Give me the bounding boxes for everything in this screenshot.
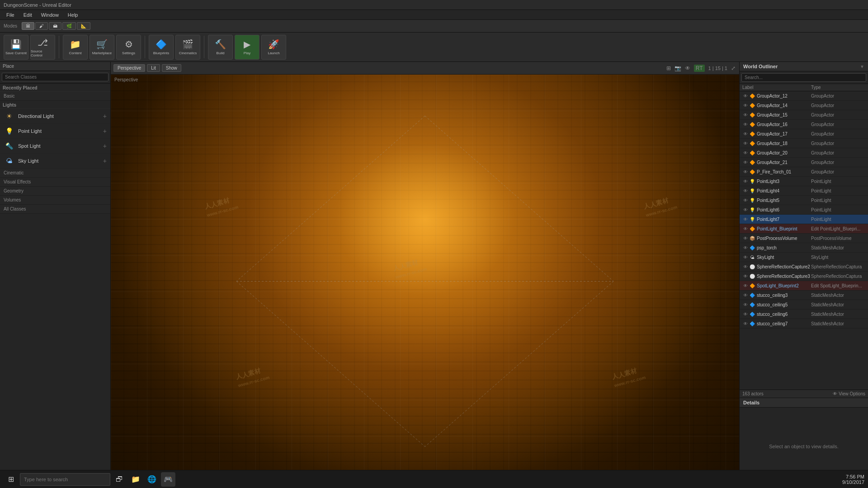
wo-item[interactable]: 👁🔷psp_torchStaticMeshActor [740,243,868,253]
perspective-btn[interactable]: Perspective [113,64,145,72]
wo-item[interactable]: 👁🔶GroupActor_12GroupActor [740,91,868,101]
vp-realtime-btn[interactable]: RT [694,65,705,72]
paint-mode-btn[interactable]: 🖌 [35,22,48,30]
wo-item[interactable]: 👁🔶GroupActor_21GroupActor [740,158,868,167]
visibility-icon[interactable]: 👁 [742,140,749,146]
visibility-icon[interactable]: 👁 [742,235,749,241]
play-btn[interactable]: ▶ Play [235,35,259,60]
explorer-btn[interactable]: 📁 [128,472,143,487]
wo-item[interactable]: 👁💡PointLight5PointLight [740,196,868,205]
visibility-icon[interactable]: 👁 [742,178,749,184]
visibility-icon[interactable]: 👁 [742,102,749,108]
wo-item[interactable]: 👁🔶GroupActor_16GroupActor [740,120,868,129]
wo-item[interactable]: 👁🔶P_Fire_Torch_01GroupActor [740,167,868,177]
wo-item[interactable]: 👁🔷stucco_ceiling6StaticMeshActor [740,310,868,319]
geometry-mode-btn[interactable]: 📐 [77,22,90,30]
menu-file[interactable]: File [2,11,19,19]
cinematics-btn[interactable]: 🎬 Cinematics [175,35,200,60]
wo-item[interactable]: 👁🔶GroupActor_17GroupActor [740,129,868,139]
directional-light-add-btn[interactable]: + [103,113,107,120]
visibility-icon[interactable]: 👁 [742,121,749,127]
visibility-icon[interactable]: 👁 [742,150,749,156]
taskbar-search-input[interactable] [20,473,110,486]
search-classes-input[interactable] [2,73,108,81]
visibility-icon[interactable]: 👁 [742,244,749,251]
category-volumes[interactable]: Volumes [0,196,110,205]
place-item-spot-light[interactable]: 🔦 Spot Light + [0,139,110,154]
category-recently-placed[interactable]: Recently Placed [0,84,110,92]
place-item-directional-light[interactable]: ☀ Directional Light + [0,109,110,124]
settings-btn[interactable]: ⚙ Settings [116,35,141,60]
unreal-taskbar-btn[interactable]: 🎮 [161,472,175,487]
show-btn[interactable]: Show [162,64,181,72]
sky-light-add-btn[interactable]: + [103,157,107,164]
vp-control-3[interactable]: 👁 [685,65,690,71]
landscape-mode-btn[interactable]: 🏔 [49,22,61,30]
wo-item[interactable]: 👁💡PointLight3PointLight [740,177,868,186]
visibility-icon[interactable]: 👁 [742,311,749,317]
wo-item[interactable]: 👁🔷stucco_ceiling5StaticMeshActor [740,300,868,310]
vp-control-2[interactable]: 📷 [675,65,681,71]
wo-item[interactable]: 👁🔶GroupActor_14GroupActor [740,101,868,110]
category-geometry[interactable]: Geometry [0,187,110,196]
launch-btn[interactable]: 🚀 Launch [261,35,286,60]
visibility-icon[interactable]: 👁 [742,131,749,137]
content-btn[interactable]: 📁 Content [63,35,88,60]
wo-item[interactable]: 👁🌤SkyLightSkyLight [740,253,868,262]
visibility-icon[interactable]: 👁 [742,188,749,194]
visibility-icon[interactable]: 👁 [742,225,749,232]
wo-item[interactable]: 👁📦PostProcessVolumePostProcessVolume [740,234,868,243]
visibility-icon[interactable]: 👁 [742,206,749,213]
category-all-classes[interactable]: All Classes [0,205,110,214]
category-cinematic[interactable]: Cinematic [0,169,110,178]
taskview-btn[interactable]: 🗗 [112,472,127,487]
wo-item[interactable]: 👁🔶PointLight_BlueprintEdit PointLight_Bl… [740,224,868,234]
menu-window[interactable]: Window [37,11,63,19]
vp-control-1[interactable]: ⊞ [666,65,671,71]
wo-item[interactable]: 👁🔷stucco_ceiling3StaticMeshActor [740,291,868,300]
source-control-btn[interactable]: ⎇ Source Control [30,35,55,60]
visibility-icon[interactable]: 👁 [742,216,749,222]
vp-maximize-btn[interactable]: ⤢ [731,65,736,71]
visibility-icon[interactable]: 👁 [742,282,749,289]
marketplace-btn[interactable]: 🛒 Marketplace [90,35,114,60]
spot-light-add-btn[interactable]: + [103,142,107,150]
build-btn[interactable]: 🔨 Build [208,35,233,60]
wo-item[interactable]: 👁🔶GroupActor_15GroupActor [740,110,868,120]
menu-edit[interactable]: Edit [19,11,37,19]
wo-collapse-btn[interactable]: ▼ [860,64,864,69]
category-basic[interactable]: Basic [0,92,110,101]
visibility-icon[interactable]: 👁 [742,320,749,327]
visibility-icon[interactable]: 👁 [742,273,749,279]
wo-search-input[interactable] [741,73,866,82]
viewport[interactable]: 人人素材www.rr-sc.com 人人素材www.rr-sc.com 人人素材… [111,75,739,488]
visibility-icon[interactable]: 👁 [742,169,749,175]
edge-btn[interactable]: 🌐 [145,472,159,487]
visibility-icon[interactable]: 👁 [742,93,749,99]
lit-btn[interactable]: Lit [147,64,160,72]
place-item-sky-light[interactable]: 🌤 Sky Light + [0,154,110,169]
category-lights[interactable]: Lights [0,101,110,109]
wo-item[interactable]: 👁🔶GroupActor_20GroupActor [740,148,868,158]
start-btn[interactable]: ⊞ [4,472,18,487]
save-current-btn[interactable]: 💾 Save Current [4,35,28,60]
visibility-icon[interactable]: 👁 [742,197,749,203]
visibility-icon[interactable]: 👁 [742,254,749,260]
visibility-icon[interactable]: 👁 [742,301,749,308]
place-item-point-light[interactable]: 💡 Point Light + [0,124,110,139]
wo-item[interactable]: 👁⚪SphereReflectionCapture3SphereReflecti… [740,272,868,281]
point-light-add-btn[interactable]: + [103,127,107,135]
wo-item[interactable]: 👁⚪SphereReflectionCapture2SphereReflecti… [740,262,868,272]
wo-view-options[interactable]: 👁 View Options [833,391,865,396]
place-mode-btn[interactable]: 🏛 [22,22,34,30]
wo-item[interactable]: 👁🔶SpotLight_Blueprint2Edit SpotLight_Blu… [740,281,868,291]
visibility-icon[interactable]: 👁 [742,263,749,270]
category-visual-effects[interactable]: Visual Effects [0,178,110,187]
wo-item[interactable]: 👁🔷stucco_ceiling7StaticMeshActor [740,319,868,328]
wo-item[interactable]: 👁💡PointLight4PointLight [740,186,868,196]
wo-item[interactable]: 👁🔶GroupActor_18GroupActor [740,139,868,148]
foliage-mode-btn[interactable]: 🌿 [62,22,76,30]
blueprints-btn[interactable]: 🔷 Blueprints [149,35,174,60]
visibility-icon[interactable]: 👁 [742,112,749,118]
wo-item[interactable]: 👁💡PointLight6PointLight [740,205,868,215]
